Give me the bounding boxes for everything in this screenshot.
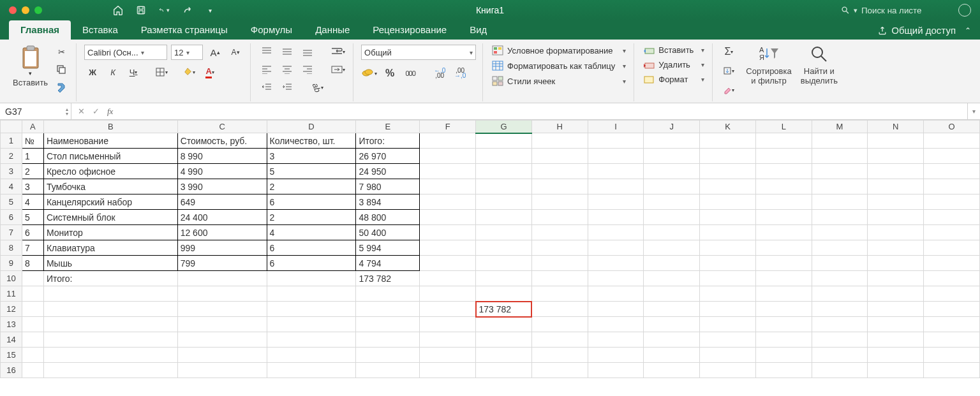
format-painter-icon[interactable]: [53, 80, 70, 94]
fill-icon[interactable]: ▾: [720, 64, 737, 78]
clear-icon[interactable]: ▾: [720, 83, 737, 97]
font-color-icon[interactable]: А▾: [202, 65, 218, 79]
decrease-indent-icon[interactable]: [258, 80, 275, 94]
svg-rect-23: [645, 63, 654, 68]
insert-cells-button[interactable]: Вставить▾: [642, 45, 706, 55]
decrease-decimal-icon[interactable]: ,00→,0: [452, 66, 468, 80]
format-as-table-button[interactable]: Форматировать как таблицу▾: [491, 60, 627, 71]
tab-data[interactable]: Данные: [304, 20, 361, 40]
format-cells-button[interactable]: Формат▾: [642, 74, 706, 85]
svg-rect-22: [645, 48, 654, 54]
search-input[interactable]: [861, 6, 951, 15]
tab-view[interactable]: Вид: [458, 20, 498, 40]
svg-point-28: [812, 47, 822, 57]
search-icon: [841, 6, 850, 15]
expand-formula-bar-icon[interactable]: ▾: [967, 103, 980, 119]
fill-color-icon[interactable]: ▾: [181, 65, 198, 79]
table-row: 76Монитор12 600450 400: [1, 225, 980, 240]
tab-insert[interactable]: Вставка: [71, 20, 130, 40]
quick-access-toolbar: ▾ ▾: [112, 4, 216, 16]
collapse-ribbon-icon[interactable]: ⌃: [965, 26, 971, 35]
save-icon[interactable]: [135, 4, 147, 16]
align-right-icon[interactable]: [299, 62, 316, 77]
merge-cells-icon[interactable]: ▾: [330, 62, 346, 77]
bold-button[interactable]: Ж: [84, 65, 101, 79]
tab-home[interactable]: Главная: [9, 20, 71, 40]
cut-icon[interactable]: ✂: [53, 45, 70, 59]
name-box[interactable]: G37▴▾: [0, 103, 71, 119]
delete-cells-button[interactable]: Удалить▾: [642, 59, 706, 70]
increase-decimal-icon[interactable]: ←,0,00: [431, 66, 448, 80]
underline-button[interactable]: Ч▾: [125, 65, 142, 79]
font-size-select[interactable]: 12▾: [171, 45, 203, 60]
copy-icon[interactable]: [53, 62, 70, 77]
conditional-formatting-button[interactable]: Условное форматирование▾: [491, 45, 627, 56]
align-middle-icon[interactable]: [279, 45, 295, 59]
comma-format-icon[interactable]: 000: [402, 66, 419, 80]
share-button[interactable]: Общий доступ ⌃: [868, 21, 980, 40]
cancel-formula-icon[interactable]: ✕: [78, 106, 85, 116]
svg-rect-0: [137, 6, 144, 13]
editing-group: Σ▾ ▾ ▾ АЯ Сортировка и фильтр Найти и вы…: [714, 43, 844, 101]
fx-icon[interactable]: fx: [107, 106, 113, 117]
highlighted-cell: 173 782: [476, 302, 532, 317]
tab-review[interactable]: Рецензирование: [361, 20, 458, 40]
grow-font-icon[interactable]: A▴: [207, 45, 223, 59]
redo-icon[interactable]: [181, 4, 193, 16]
qat-customize-icon[interactable]: ▾: [204, 4, 216, 16]
wrap-text-icon[interactable]: ▾: [330, 45, 346, 59]
column-headers[interactable]: ABCDEFGHIJKLMNO: [1, 121, 980, 133]
table-row: 98Мышь79964 794: [1, 256, 980, 271]
alignment-group: ▾ ▾ ab▾: [252, 43, 353, 101]
svg-rect-20: [493, 82, 497, 85]
italic-button[interactable]: К: [105, 65, 121, 79]
svg-rect-2: [139, 11, 143, 14]
table-row: 10Итого:173 782: [1, 271, 980, 286]
maximize-window-button[interactable]: [34, 6, 42, 14]
orientation-icon[interactable]: ab▾: [309, 80, 326, 94]
table-row: 87Клавиатура99965 994: [1, 240, 980, 256]
minimize-window-button[interactable]: [22, 6, 29, 14]
close-window-button[interactable]: [9, 6, 17, 14]
align-left-icon[interactable]: [258, 62, 275, 77]
ribbon-tabs: Главная Вставка Разметка страницы Формул…: [0, 20, 980, 40]
formula-input[interactable]: [119, 103, 967, 119]
table-row: 11: [1, 286, 980, 302]
accounting-format-icon[interactable]: ▾: [361, 66, 378, 80]
search-field[interactable]: ▾: [841, 6, 951, 15]
sort-filter-button[interactable]: АЯ Сортировка и фильтр: [746, 45, 791, 85]
shrink-font-icon[interactable]: A▾: [227, 45, 244, 59]
home-icon[interactable]: [112, 4, 124, 16]
find-icon: [810, 45, 829, 64]
tab-layout[interactable]: Разметка страницы: [130, 20, 239, 40]
undo-icon[interactable]: ▾: [158, 4, 170, 16]
svg-rect-18: [493, 77, 497, 80]
select-all-corner[interactable]: [1, 121, 22, 133]
borders-icon[interactable]: ▾: [153, 65, 170, 79]
autosum-icon[interactable]: Σ▾: [720, 45, 737, 59]
table-row: 16: [1, 363, 980, 378]
font-group: Calibri (Осн...▾ 12▾ A▴ A▾ Ж К Ч▾ ▾ ▾ А▾: [78, 43, 251, 101]
enter-formula-icon[interactable]: ✓: [93, 106, 100, 116]
increase-indent-icon[interactable]: [279, 80, 295, 94]
table-row: 65Системный блок24 400248 800: [1, 210, 980, 225]
cell-styles-button[interactable]: Стили ячеек▾: [491, 75, 627, 87]
align-bottom-icon[interactable]: [299, 45, 316, 59]
align-top-icon[interactable]: [258, 45, 275, 59]
table-row: 1№НаименованиеСтоимость, руб.Количество,…: [1, 133, 980, 149]
spreadsheet-grid[interactable]: ABCDEFGHIJKLMNO 1№НаименованиеСтоимость,…: [0, 120, 980, 378]
table-row: 13: [1, 317, 980, 332]
number-format-select[interactable]: Общий▾: [361, 45, 476, 60]
paste-button[interactable]: ▾ Вставить: [13, 45, 48, 87]
styles-icon: [492, 76, 503, 86]
percent-format-icon[interactable]: %: [382, 66, 398, 80]
table-row: 12173 782: [1, 302, 980, 317]
font-name-select[interactable]: Calibri (Осн...▾: [84, 45, 167, 60]
tab-formulas[interactable]: Формулы: [239, 20, 304, 40]
find-select-button[interactable]: Найти и выделить: [801, 45, 838, 85]
titlebar: ▾ ▾ Книга1 ▾: [0, 0, 980, 20]
delete-row-icon: [643, 61, 655, 70]
align-center-icon[interactable]: [279, 62, 295, 77]
svg-text:Я: Я: [759, 54, 764, 61]
feedback-icon[interactable]: [958, 4, 971, 17]
